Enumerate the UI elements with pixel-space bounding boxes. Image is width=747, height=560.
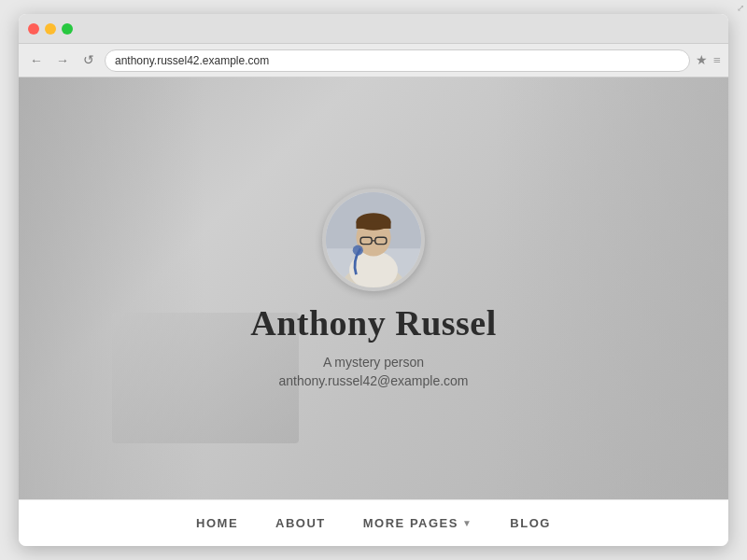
profile-tagline: A mystery person [323,355,424,370]
hero-section: Anthony Russel A mystery person anthony.… [19,77,728,499]
nav-item-home[interactable]: HOME [196,516,238,530]
avatar [322,189,425,291]
page-content: Anthony Russel A mystery person anthony.… [19,77,728,546]
browser-window: ⤢ ← → ↺ ★ ≡ [19,14,728,546]
forward-button[interactable]: → [52,50,73,71]
nav-more-pages-label: MORE PAGES [363,516,458,530]
minimize-button[interactable] [45,23,56,35]
navigation-bar: HOME ABOUT MORE PAGES ▼ BLOG [19,499,728,546]
svg-rect-6 [356,222,390,229]
address-input[interactable] [115,54,680,67]
profile-email: anthony.russel42@example.com [278,373,468,388]
nav-item-more-pages[interactable]: MORE PAGES ▼ [363,516,473,530]
maximize-button[interactable] [62,23,73,35]
refresh-button[interactable]: ↺ [78,50,99,71]
close-button[interactable] [28,23,39,35]
nav-item-about[interactable]: ABOUT [275,516,326,530]
nav-blog-label: BLOG [510,516,551,530]
browser-toolbar: ← → ↺ ★ ≡ [19,44,728,77]
nav-about-label: ABOUT [275,516,326,530]
nav-home-label: HOME [196,516,238,530]
browser-titlebar: ⤢ [19,14,728,44]
nav-dropdown-arrow: ▼ [462,518,472,528]
background-person-right [495,77,728,499]
star-icon[interactable]: ★ [696,52,708,68]
address-bar[interactable] [105,49,690,72]
profile-name: Anthony Russel [250,302,497,343]
toolbar-icons: ★ ≡ [696,52,721,68]
traffic-lights [28,23,73,35]
profile-area: Anthony Russel A mystery person anthony.… [250,189,497,388]
svg-point-10 [353,245,363,256]
menu-icon[interactable]: ≡ [713,53,721,68]
back-button[interactable]: ← [26,50,47,71]
nav-item-blog[interactable]: BLOG [510,516,551,530]
